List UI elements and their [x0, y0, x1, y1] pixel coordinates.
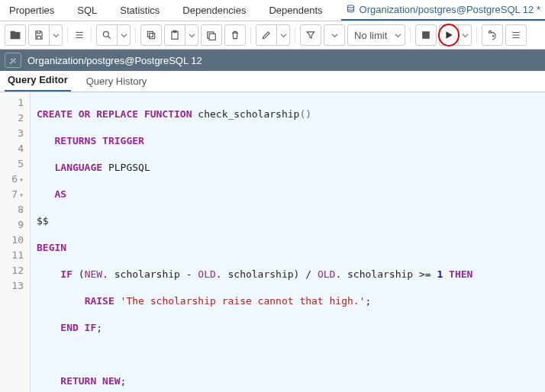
tab-properties[interactable]: Properties — [5, 1, 59, 20]
svg-rect-7 — [209, 34, 215, 40]
separator — [476, 27, 477, 43]
filter-button[interactable] — [300, 24, 321, 46]
limit-select[interactable]: No limit — [347, 24, 405, 46]
find-button[interactable] — [73, 24, 86, 46]
search-button[interactable] — [96, 24, 131, 46]
chevron-down-icon — [185, 25, 198, 45]
tab-query-editor[interactable]: Query Editor — [5, 69, 71, 92]
paste-button[interactable] — [164, 24, 198, 46]
line-gutter: 12345 678910 111213 — [0, 92, 31, 392]
svg-rect-8 — [423, 31, 431, 39]
top-tab-bar: Properties SQL Statistics Dependencies D… — [0, 0, 545, 21]
paste-rows-button[interactable] — [201, 24, 222, 46]
filter-dropdown-button[interactable] — [324, 24, 345, 46]
separator — [410, 27, 411, 43]
tab-dependents[interactable]: Dependents — [264, 1, 327, 20]
chevron-down-icon — [50, 25, 62, 45]
svg-point-0 — [347, 5, 353, 8]
save-button[interactable] — [28, 24, 63, 46]
svg-rect-3 — [147, 31, 153, 37]
chevron-down-icon — [118, 25, 130, 45]
tab-query-tool[interactable]: Organization/postgres@PostgreSQL 12 * — [341, 0, 545, 21]
copy-button[interactable] — [140, 24, 162, 46]
tab-sql[interactable]: SQL — [73, 1, 102, 20]
play-icon — [440, 25, 459, 45]
edit-button[interactable] — [256, 24, 290, 46]
database-icon — [346, 5, 356, 15]
svg-point-9 — [492, 35, 494, 37]
connection-bar: Organization/postgres@PostgreSQL 12 — [0, 50, 545, 71]
tab-query-tool-label: Organization/postgres@PostgreSQL 12 * — [360, 4, 540, 15]
settings-button[interactable] — [505, 24, 527, 46]
tab-statistics[interactable]: Statistics — [115, 1, 164, 20]
svg-point-1 — [103, 31, 108, 37]
tab-dependencies[interactable]: Dependencies — [178, 1, 250, 20]
separator — [135, 27, 136, 43]
explain-button[interactable] — [482, 24, 503, 46]
tab-query-history[interactable]: Query History — [83, 71, 150, 92]
editor-tab-bar: Query Editor Query History — [0, 71, 545, 92]
separator — [67, 27, 68, 43]
execute-button[interactable] — [439, 24, 472, 46]
toolbar: No limit — [0, 21, 545, 50]
separator — [250, 27, 251, 43]
connection-label: Organization/postgres@PostgreSQL 12 — [27, 55, 202, 66]
separator — [295, 27, 295, 43]
separator — [91, 27, 92, 43]
sql-editor[interactable]: 12345 678910 111213 CREATE OR REPLACE FU… — [0, 92, 545, 392]
limit-label: No limit — [354, 30, 387, 41]
chevron-down-icon — [277, 25, 289, 45]
svg-rect-2 — [150, 34, 155, 39]
chevron-down-icon — [459, 25, 471, 45]
code-area[interactable]: CREATE OR REPLACE FUNCTION check_scholar… — [31, 92, 545, 392]
delete-button[interactable] — [224, 24, 246, 46]
connection-icon[interactable] — [5, 53, 21, 68]
stop-button[interactable] — [415, 24, 437, 46]
open-file-button[interactable] — [5, 24, 26, 46]
